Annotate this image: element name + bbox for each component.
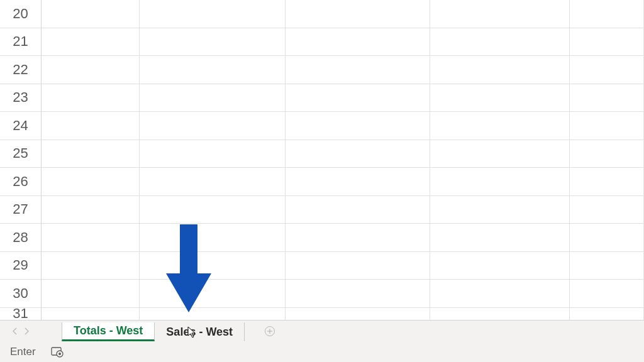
grid-cell[interactable]: [140, 56, 286, 84]
grid-cell[interactable]: [286, 168, 430, 196]
grid-cell[interactable]: [286, 84, 430, 112]
grid-container: 202122232425262728293031: [0, 0, 644, 320]
row-header[interactable]: 24: [0, 112, 42, 140]
sheet-tab-sales-west[interactable]: Sales - West: [155, 322, 245, 341]
status-mode-text: Enter: [10, 346, 36, 358]
tab-nav-prev[interactable]: [11, 327, 18, 336]
grid-cell[interactable]: [140, 168, 286, 196]
grid-cell[interactable]: [570, 252, 644, 280]
grid-cell[interactable]: [430, 0, 570, 28]
row-header[interactable]: 27: [0, 196, 42, 224]
spreadsheet-grid[interactable]: 202122232425262728293031: [0, 0, 644, 320]
grid-cell[interactable]: [42, 224, 140, 252]
grid-cell[interactable]: [430, 224, 570, 252]
row-header[interactable]: 22: [0, 56, 42, 84]
grid-cell[interactable]: [430, 308, 570, 321]
grid-cell[interactable]: [286, 112, 430, 140]
grid-cell[interactable]: [140, 140, 286, 168]
grid-cell[interactable]: [570, 112, 644, 140]
grid-cell[interactable]: [286, 224, 430, 252]
grid-cell[interactable]: [42, 112, 140, 140]
grid-cell[interactable]: [140, 84, 286, 112]
grid-cell[interactable]: [430, 112, 570, 140]
row-header[interactable]: 29: [0, 252, 42, 280]
grid-cell[interactable]: [570, 140, 644, 168]
grid-cell[interactable]: [286, 308, 430, 321]
grid-cell[interactable]: [286, 252, 430, 280]
sheet-tab-label: Sales - West: [166, 326, 233, 339]
grid-cell[interactable]: [430, 196, 570, 224]
grid-cell[interactable]: [570, 168, 644, 196]
grid-cell[interactable]: [140, 112, 286, 140]
new-sheet-button[interactable]: [257, 322, 282, 341]
grid-cell[interactable]: [430, 252, 570, 280]
grid-cell[interactable]: [286, 28, 430, 57]
grid-cell[interactable]: [42, 168, 140, 196]
grid-cell[interactable]: [430, 28, 570, 57]
tab-nav-next[interactable]: [24, 327, 30, 336]
grid-cell[interactable]: [286, 56, 430, 84]
grid-cell[interactable]: [140, 308, 286, 321]
row-header[interactable]: 23: [0, 84, 42, 112]
grid-cell[interactable]: [430, 84, 570, 112]
grid-cell[interactable]: [570, 28, 644, 57]
grid-cell[interactable]: [570, 0, 644, 28]
grid-cell[interactable]: [42, 196, 140, 224]
grid-row: 26: [0, 168, 644, 196]
row-header[interactable]: 30: [0, 280, 42, 308]
grid-cell[interactable]: [430, 56, 570, 84]
grid-cell[interactable]: [140, 0, 286, 28]
row-header[interactable]: 26: [0, 168, 42, 196]
macro-recording-icon[interactable]: [51, 346, 64, 358]
grid-row: 24: [0, 112, 644, 140]
sheet-tab-totals-west[interactable]: Totals - West: [62, 322, 155, 341]
grid-row: 31: [0, 308, 644, 321]
tab-nav-buttons: [0, 327, 36, 336]
row-header[interactable]: 25: [0, 140, 42, 168]
grid-cell[interactable]: [42, 28, 140, 57]
grid-cell[interactable]: [430, 168, 570, 196]
status-bar: Enter: [0, 341, 644, 362]
grid-cell[interactable]: [42, 140, 140, 168]
grid-cell[interactable]: [430, 140, 570, 168]
grid-cell[interactable]: [42, 0, 140, 28]
grid-cell[interactable]: [570, 84, 644, 112]
grid-row: 22: [0, 56, 644, 84]
row-header[interactable]: 21: [0, 28, 42, 57]
grid-cell[interactable]: [140, 252, 286, 280]
row-header[interactable]: 28: [0, 224, 42, 252]
grid-cell[interactable]: [570, 280, 644, 308]
grid-row: 27: [0, 196, 644, 224]
grid-row: 23: [0, 84, 644, 112]
sheet-tabs-container: Totals - West Sales - West: [62, 321, 245, 341]
grid-cell[interactable]: [140, 28, 286, 57]
row-header[interactable]: 20: [0, 0, 42, 28]
svg-point-5: [58, 353, 61, 355]
grid-row: 30: [0, 280, 644, 308]
sheet-tabs-bar: Totals - West Sales - West: [0, 320, 644, 341]
grid-cell[interactable]: [140, 224, 286, 252]
grid-cell[interactable]: [286, 140, 430, 168]
grid-row: 20: [0, 0, 644, 28]
grid-cell[interactable]: [286, 196, 430, 224]
grid-cell[interactable]: [430, 280, 570, 308]
grid-cell[interactable]: [42, 252, 140, 280]
grid-cell[interactable]: [286, 280, 430, 308]
grid-cell[interactable]: [42, 308, 140, 321]
row-header[interactable]: 31: [0, 308, 42, 321]
grid-cell[interactable]: [140, 196, 286, 224]
grid-cell[interactable]: [42, 56, 140, 84]
grid-row: 21: [0, 28, 644, 57]
grid-row: 28: [0, 224, 644, 252]
grid-cell[interactable]: [570, 56, 644, 84]
sheet-tab-label: Totals - West: [74, 324, 143, 337]
grid-cell[interactable]: [140, 280, 286, 308]
grid-cell[interactable]: [42, 280, 140, 308]
grid-cell[interactable]: [570, 224, 644, 252]
grid-cell[interactable]: [570, 308, 644, 321]
grid-cell[interactable]: [570, 196, 644, 224]
grid-cell[interactable]: [286, 0, 430, 28]
grid-row: 25: [0, 140, 644, 168]
grid-cell[interactable]: [42, 84, 140, 112]
grid-row: 29: [0, 252, 644, 280]
